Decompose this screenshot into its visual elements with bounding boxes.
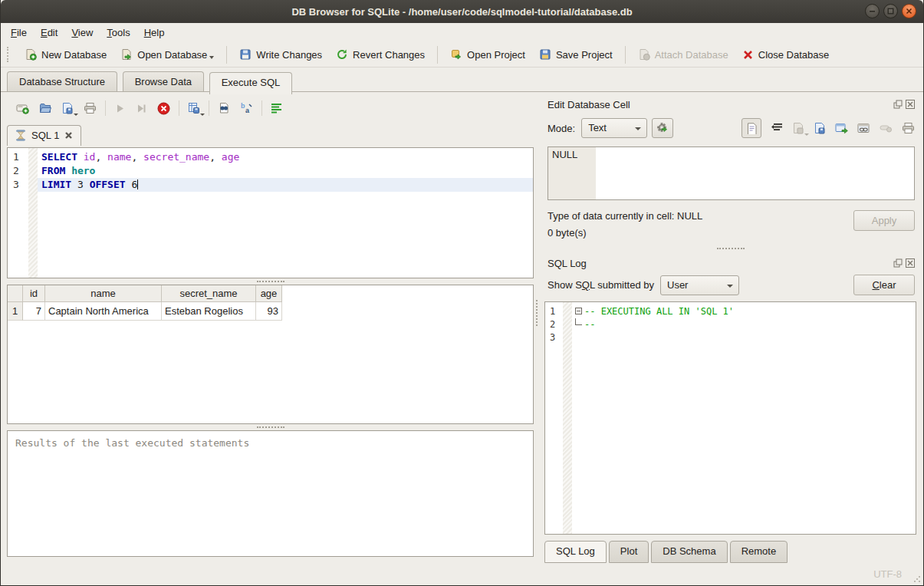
export-cell-data-icon[interactable] [814,122,826,134]
log-line-3 [572,331,916,344]
sql-code-editor[interactable]: 1 2 3 SELECT id, name, secret_name, age … [7,147,534,278]
tab-browse-data[interactable]: Browse Data [123,71,204,92]
close-tab-icon[interactable] [64,131,73,140]
cell-log-splitter[interactable] [544,245,916,252]
resize-grip[interactable] [913,575,921,583]
float-panel-icon[interactable] [893,100,903,109]
print-sql-icon[interactable] [84,102,97,114]
results-message-splitter[interactable] [7,424,534,430]
open-project-button[interactable]: Open Project [443,44,532,64]
save-sql-file-icon [61,102,74,114]
float-panel-icon[interactable] [893,258,903,268]
write-changes-button[interactable]: Write Changes [232,44,329,64]
tab-execute-sql[interactable]: Execute SQL [209,72,293,94]
revert-changes-button[interactable]: Revert Changes [329,44,432,64]
stop-execution-icon[interactable] [157,102,170,115]
log-filter-select[interactable]: User [660,275,739,295]
cell-info-block: Type of data currently in cell: NULL 0 b… [547,210,915,245]
dock-tab-sql-log[interactable]: SQL Log [544,541,607,563]
titlebar[interactable]: DB Browser for SQLite - /home/user/code/… [1,0,923,23]
sql-log-controls: Show SQL submitted by User Clear [547,275,915,295]
link-icon[interactable] [857,123,870,134]
format-sql-icon[interactable]: b a [240,102,253,114]
close-panel-icon[interactable] [906,258,915,268]
open-database-dropdown-icon[interactable] [209,56,214,59]
cell-editor-icons [742,118,915,138]
results-grid-header: id name secret_name age [8,285,533,302]
save-sql-dropdown-icon[interactable] [74,114,78,116]
column-header-name[interactable]: name [45,285,162,302]
toolbar-separator [625,46,626,64]
toolbar-separator [209,100,209,116]
cell-value-label: NULL [548,147,596,199]
save-project-button[interactable]: Save Project [532,44,620,64]
toolbar-drag-handle[interactable] [7,47,13,62]
open-database-button[interactable]: Open Database [113,44,221,64]
new-database-button[interactable]: New Database [18,44,113,64]
maximize-button[interactable] [883,4,898,18]
cell-value-editor[interactable]: NULL [547,146,915,200]
cell-age[interactable]: 93 [256,302,282,321]
sql-log-viewer[interactable]: 1 2 3 -- EXECUTING ALL IN 'SQL 1' -- [544,301,916,535]
save-project-icon [539,48,551,61]
apply-button: Apply [853,210,915,231]
fold-collapse-icon[interactable] [575,308,582,314]
new-database-icon [25,48,37,61]
menu-file[interactable]: File [4,24,34,41]
menu-bar: File Edit View Tools Help [1,23,923,42]
dock-tab-db-schema[interactable]: DB Schema [651,541,727,563]
new-sql-tab-icon[interactable] [16,102,29,114]
cell-name[interactable]: Captain North America [45,302,162,321]
word-wrap-cell-icon[interactable] [771,123,783,133]
edit-cell-title: Edit Database Cell [547,99,893,110]
text-cursor [137,179,138,189]
log-line-1: -- EXECUTING ALL IN 'SQL 1' [572,305,916,318]
text-mode-button[interactable] [742,118,761,138]
code-line-1: SELECT id, name, secret_name, age [38,150,533,164]
clear-log-button[interactable]: Clear [853,275,915,295]
word-wrap-icon[interactable] [271,103,283,114]
menu-help[interactable]: Help [137,24,172,41]
close-icon [906,8,912,15]
save-sql-file-button[interactable] [61,102,74,114]
menu-edit[interactable]: Edit [34,24,64,41]
line-number-gutter: 1 2 3 [8,148,28,278]
results-grid[interactable]: id name secret_name age 1 7 Captain Nort… [7,285,534,424]
encoding-indicator[interactable]: UTF-8 [873,568,902,580]
window-controls [865,4,916,18]
column-header-id[interactable]: id [23,285,45,302]
close-button[interactable] [902,4,916,18]
auto-apply-button[interactable] [652,118,673,138]
menu-tools[interactable]: Tools [100,24,136,41]
export-results-dropdown-icon[interactable] [200,114,205,116]
find-replace-icon[interactable] [218,102,230,114]
dock-tab-remote[interactable]: Remote [730,541,788,563]
code-area[interactable]: SELECT id, name, secret_name, age FROM h… [38,148,533,278]
sql-log-dock-header: SQL Log [544,255,916,271]
sql-tab-bar: SQL 1 [7,124,534,147]
export-results-button[interactable] [188,102,200,114]
close-panel-icon[interactable] [906,100,915,109]
cell-id[interactable]: 7 [23,302,45,321]
table-row[interactable]: 1 7 Captain North America Esteban Rogeli… [8,302,533,321]
tab-database-structure[interactable]: Database Structure [7,71,117,92]
app-window: DB Browser for SQLite - /home/user/code/… [0,0,924,586]
dock-tab-plot[interactable]: Plot [609,541,649,563]
mode-select[interactable]: Text [581,118,647,138]
vertical-splitter[interactable] [536,300,538,326]
menu-view[interactable]: View [64,24,100,41]
cell-mode-row: Mode: Text [547,118,915,138]
sql-1-tab[interactable]: SQL 1 [7,125,81,146]
column-header-secret-name[interactable]: secret_name [162,285,256,302]
cell-secret-name[interactable]: Esteban Rogelios [162,302,256,321]
column-header-age[interactable]: age [256,285,282,302]
open-sql-file-icon[interactable] [39,102,51,114]
minimize-button[interactable] [865,4,880,18]
sql-editor-toolbar: b a [7,96,534,120]
sql-log-title: SQL Log [547,258,893,269]
export-results-icon [188,102,200,114]
print-cell-icon[interactable] [902,122,915,134]
close-database-button[interactable]: Close Database [735,45,837,64]
open-external-icon[interactable] [835,123,848,134]
editor-results-splitter[interactable] [7,278,534,285]
